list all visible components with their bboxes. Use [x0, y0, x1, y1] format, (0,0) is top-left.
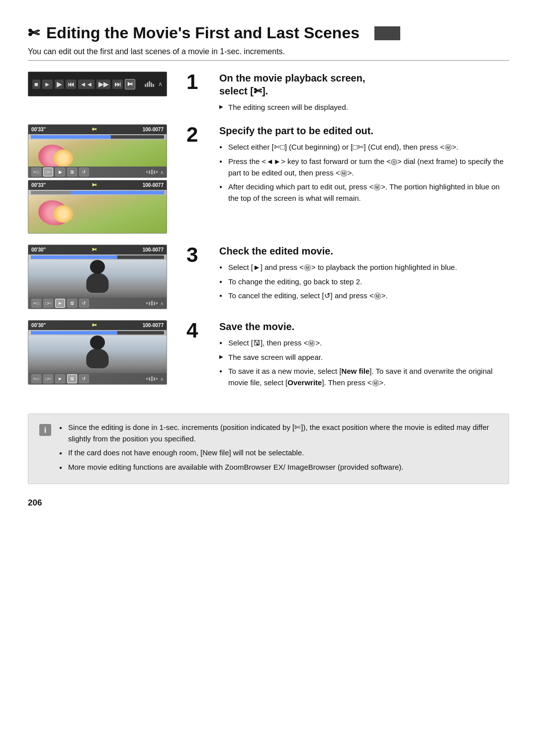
- cam-screen-3: 00'30" ✄ 100-0077 ✄□ □✄ ►: [28, 245, 167, 309]
- step-4-content: Save the movie. Select [🖫], then press <…: [219, 320, 509, 391]
- page-title-section: ✄ Editing the Movie's First and Last Sce…: [28, 24, 509, 42]
- step-2-number: 2: [186, 124, 207, 145]
- step-3-item-1: Select [►] and press <㊙> to playback the…: [219, 261, 509, 273]
- cam-audio-2a: ∧: [146, 169, 164, 175]
- fileno-2a: 100-0077: [143, 127, 164, 132]
- note-item-1: Since the editing is done in 1-sec. incr…: [59, 422, 499, 444]
- pb-scissors-btn: ✄: [125, 79, 135, 89]
- step-1-number: 1: [186, 72, 207, 92]
- step-4-row: 00'30" ✄ 100-0077 ✄□ □✄ ►: [28, 320, 509, 391]
- pb-play2-btn: ▶: [55, 80, 64, 89]
- cam-controls-4: ✄□ □✄ ► 🖫 ↺: [31, 374, 89, 383]
- ctrl-cutend: □✄: [43, 168, 53, 176]
- progress-bar-4: [31, 331, 164, 335]
- pb-chevron-icon: ∧: [158, 81, 163, 87]
- step-4-title: Save the movie.: [219, 320, 509, 333]
- fileno-3: 100-0077: [143, 247, 164, 252]
- vol-bar-4: [151, 83, 152, 87]
- audio-bar-4-3: [151, 376, 153, 381]
- pb-ff-btn: ▶▶: [96, 80, 110, 89]
- audio-bar-4-2: [149, 377, 150, 381]
- audio-bar-4-5: [156, 378, 158, 380]
- step-1-title: On the movie playback screen,select [✄].: [219, 72, 509, 97]
- flowers-image-2b: [28, 195, 167, 233]
- vol-bar-3: [149, 81, 150, 87]
- flowers-image-area: [28, 140, 167, 167]
- cam-controls-2a: ✄□ □✄ ▶ 🖫 ↺: [31, 168, 89, 176]
- fileno-4: 100-0077: [143, 323, 164, 328]
- ctrl-play-3: ►: [55, 299, 65, 308]
- cam-topbar-4: 00'30" ✄ 100-0077: [28, 321, 167, 330]
- pb-play-btn: ►: [42, 80, 53, 89]
- step-2-row: 00'33" ✄ 100-0077 ✄□ □✄: [28, 124, 509, 236]
- audio-bar-5: [156, 171, 158, 173]
- cam-bottombar-3: ✄□ □✄ ► 🖫 ↺ ∧: [28, 298, 167, 309]
- ctrl-save-4: 🖫: [67, 374, 77, 383]
- step-1-row: ■ ► ▶ ⏮ ◄◄ ▶▶ ⏭ ✄ ∧ 1 On the movie p: [28, 72, 509, 115]
- note-item-3: More movie editing functions are availab…: [59, 462, 499, 473]
- cam-screen-2b: 00'33" ✄ 100-0077: [28, 180, 167, 233]
- step-3-row: 00'30" ✄ 100-0077 ✄□ □✄ ►: [28, 245, 509, 311]
- audio-bar-4-1: [146, 378, 148, 380]
- step-4-item-2: To save it as a new movie, select [New f…: [219, 365, 509, 389]
- audio-bar-3-4: [154, 302, 155, 305]
- step-2-body: Select either [✄□] (Cut beginning) or [□…: [219, 141, 509, 204]
- pb-next-btn: ⏭: [112, 80, 123, 89]
- scissors-indicator-2b: ✄: [92, 182, 96, 188]
- step-1-body: The editing screen will be displayed.: [219, 101, 509, 113]
- audio-bar-4: [154, 170, 155, 174]
- step-4-item-1: Select [🖫], then press <㊙>.: [219, 337, 509, 348]
- progress-bar-2b: [31, 191, 164, 194]
- ctrl-back-3: ↺: [79, 299, 89, 308]
- vol-bar-5: [153, 84, 154, 87]
- cam-audio-4: ∧: [146, 376, 164, 382]
- cam-topbar-3: 00'30" ✄ 100-0077: [28, 245, 167, 254]
- progress-fill-3: [31, 255, 117, 259]
- step-1-content: On the movie playback screen,select [✄].…: [219, 72, 509, 115]
- page-title: Editing the Movie's First and Last Scene…: [46, 24, 359, 42]
- step-2-content: Specify the part to be edited out. Selec…: [219, 124, 509, 206]
- page-number: 206: [28, 498, 509, 508]
- vol-bar-2: [147, 83, 148, 87]
- timecode-2a: 00'33": [31, 127, 46, 132]
- progress-fill-grey: [31, 191, 71, 194]
- title-bar-decoration: [374, 26, 400, 40]
- step-3-body: Select [►] and press <㊙> to playback the…: [219, 261, 509, 301]
- pb-prev-btn: ⏮: [66, 80, 76, 89]
- step-2-item-3: After deciding which part to edit out, p…: [219, 181, 509, 204]
- progress-fill-4: [31, 331, 117, 335]
- flowers-image-area-2b: [28, 195, 167, 233]
- note-content: Since the editing is done in 1-sec. incr…: [59, 422, 499, 476]
- dog-image-area-4: [28, 336, 167, 373]
- step-2-screen-2: 00'33" ✄ 100-0077: [28, 180, 167, 234]
- step-2-screen-1: 00'33" ✄ 100-0077 ✄□ □✄: [28, 124, 167, 178]
- cam-topbar-2a: 00'33" ✄ 100-0077: [28, 125, 167, 134]
- audio-bar-3-3: [151, 301, 153, 306]
- ctrl-back2a: ↺: [79, 168, 89, 176]
- audio-bar-1: [146, 171, 148, 173]
- dog-image-4: [28, 336, 167, 373]
- cam-controls-3: ✄□ □✄ ► 🖫 ↺: [31, 299, 89, 308]
- ctrl-cutbegin-3: ✄□: [31, 299, 41, 308]
- cam-screen-4: 00'30" ✄ 100-0077 ✄□ □✄ ►: [28, 321, 167, 384]
- pb-volume-indicator: [145, 81, 154, 87]
- step-2-images: 00'33" ✄ 100-0077 ✄□ □✄: [28, 124, 175, 236]
- note-icon: i: [38, 423, 52, 440]
- step-2-title: Specify the part to be edited out.: [219, 124, 509, 137]
- step-3-screen: 00'30" ✄ 100-0077 ✄□ □✄ ►: [28, 245, 167, 309]
- progress-bar-3: [31, 255, 164, 259]
- cam-topbar-2b: 00'33" ✄ 100-0077: [28, 180, 167, 190]
- ctrl-play2a: ▶: [55, 168, 65, 176]
- progress-bar-2a: [31, 135, 164, 139]
- fileno-2b: 100-0077: [143, 182, 164, 188]
- content-area: ■ ► ▶ ⏮ ◄◄ ▶▶ ⏭ ✄ ∧ 1 On the movie p: [28, 72, 509, 400]
- step-2-item-2: Press the <◄►> key to fast forward or tu…: [219, 156, 509, 179]
- ctrl-cutbegin: ✄□: [31, 168, 41, 176]
- audio-bar-2: [149, 170, 150, 174]
- cam-chevron-4: ∧: [160, 376, 164, 382]
- cam-bottombar-4: ✄□ □✄ ► 🖫 ↺ ∧: [28, 373, 167, 384]
- ctrl-back-4: ↺: [79, 374, 89, 383]
- ctrl-cutend-3: □✄: [43, 299, 53, 308]
- playback-screen: ■ ► ▶ ⏮ ◄◄ ▶▶ ⏭ ✄ ∧: [28, 72, 167, 96]
- cam-chevron-2a: ∧: [160, 169, 164, 175]
